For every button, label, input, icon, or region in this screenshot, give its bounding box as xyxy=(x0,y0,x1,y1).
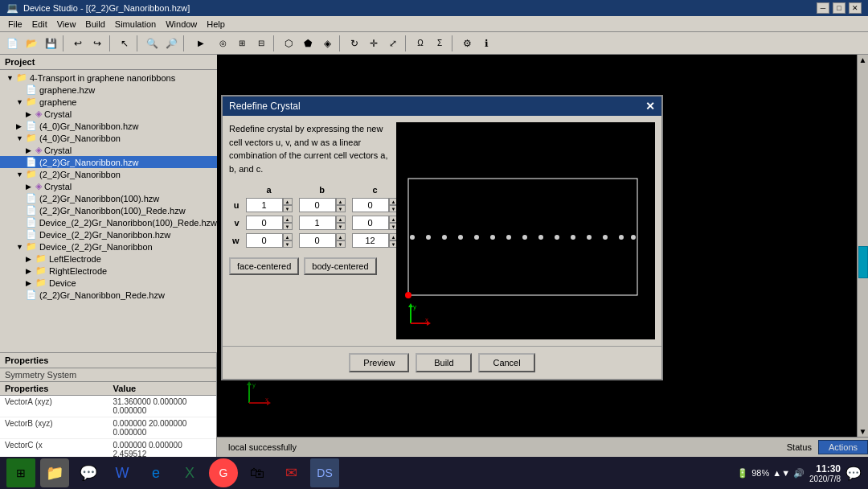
taskbar-word[interactable]: W xyxy=(108,458,137,487)
spin-up-w-a[interactable]: ▲ xyxy=(283,233,293,240)
tb-new[interactable]: 📄 xyxy=(3,35,21,52)
spin-up-u-b[interactable]: ▲ xyxy=(336,198,346,205)
tb-misc2[interactable]: Σ xyxy=(431,35,448,52)
menu-view[interactable]: View xyxy=(52,18,81,31)
expand-icon[interactable]: ▶ xyxy=(26,146,35,154)
body-centered-button[interactable]: body-centered xyxy=(304,257,376,275)
tb-save[interactable]: 💾 xyxy=(42,35,59,52)
tree-item-graphene[interactable]: ▼ 📁 graphene xyxy=(0,96,217,108)
expand-icon[interactable]: ▶ xyxy=(26,110,35,118)
tb-bond[interactable]: ⬟ xyxy=(299,35,317,52)
taskbar-explorer[interactable]: 📁 xyxy=(40,458,69,487)
menu-build[interactable]: Build xyxy=(80,18,109,31)
input-u-a[interactable] xyxy=(246,198,283,212)
tb-redo[interactable]: ↪ xyxy=(88,35,106,52)
tree-item-crystal2[interactable]: ▶ ◈ Crystal xyxy=(0,144,217,156)
tb-cursor[interactable]: ↖ xyxy=(116,35,133,52)
taskbar-store[interactable]: 🛍 xyxy=(243,458,272,487)
tree-item-device-hzw[interactable]: 📄 Device_(2_2)Gr_Nanoribbon.hzw xyxy=(0,228,217,240)
tb-info[interactable]: ℹ xyxy=(477,35,495,52)
tree-item-gr22-100[interactable]: 📄 (2_2)Gr_Nanoribbon(100).hzw xyxy=(0,192,217,204)
tb-tool4[interactable]: ⊟ xyxy=(252,35,270,52)
tb-crystal[interactable]: ◈ xyxy=(318,35,336,52)
tree-item-right-electrode[interactable]: ▶ 📁 RightElectrode xyxy=(0,265,217,277)
menu-simulation[interactable]: Simulation xyxy=(110,18,161,31)
tb-undo[interactable]: ↩ xyxy=(69,35,87,52)
taskbar-google[interactable]: G xyxy=(209,458,238,487)
input-v-a[interactable] xyxy=(246,216,283,230)
tb-atom[interactable]: ⬡ xyxy=(280,35,297,52)
tb-zoom-in[interactable]: 🔍 xyxy=(143,35,161,52)
spin-up-u-a[interactable]: ▲ xyxy=(283,198,293,205)
cancel-button[interactable]: Cancel xyxy=(478,353,534,372)
build-button[interactable]: Build xyxy=(416,353,472,372)
tb-open[interactable]: 📂 xyxy=(23,35,40,52)
taskbar-edge[interactable]: e xyxy=(141,458,170,487)
tree-item-left-electrode[interactable]: ▶ 📁 LeftElectrode xyxy=(0,253,217,265)
input-w-b[interactable] xyxy=(299,233,336,248)
input-u-b[interactable] xyxy=(299,198,336,212)
input-w-a[interactable] xyxy=(246,233,283,248)
tree-item-device-sub[interactable]: ▶ 📁 Device xyxy=(0,277,217,289)
input-u-c[interactable] xyxy=(352,198,389,212)
tree-item-gr22-hzw[interactable]: 📄 (2_2)Gr_Nanoribbon.hzw xyxy=(0,156,217,168)
expand-icon[interactable]: ▼ xyxy=(16,171,26,179)
tb-translate[interactable]: ✛ xyxy=(365,35,383,52)
tree-item-crystal3[interactable]: ▶ ◈ Crystal xyxy=(0,180,217,192)
dialog-close-button[interactable]: ✕ xyxy=(645,100,655,113)
input-v-c[interactable] xyxy=(352,216,389,230)
maximize-button[interactable]: □ xyxy=(833,2,845,14)
tree-item-gr22-100-rede[interactable]: 📄 (2_2)Gr_Nanoribbon(100)_Rede.hzw xyxy=(0,204,217,216)
taskbar-excel[interactable]: X xyxy=(175,458,204,487)
spin-down-v-b[interactable]: ▼ xyxy=(336,223,346,230)
expand-icon[interactable]: ▶ xyxy=(26,267,35,275)
spin-down-w-b[interactable]: ▼ xyxy=(336,240,346,248)
taskbar-device-studio[interactable]: DS xyxy=(310,458,339,487)
tree-item-root[interactable]: ▼ 📁 4-Transport in graphene nanoribbons xyxy=(0,72,217,84)
project-tree[interactable]: ▼ 📁 4-Transport in graphene nanoribbons … xyxy=(0,70,217,352)
tree-item-device-100-rede[interactable]: 📄 Device_(2_2)Gr_Nanoribbon(100)_Rede.hz… xyxy=(0,216,217,228)
tb-zoom-out[interactable]: 🔎 xyxy=(162,35,180,52)
spin-down-w-a[interactable]: ▼ xyxy=(283,240,293,248)
input-w-c[interactable] xyxy=(352,233,389,248)
tree-item-gr40[interactable]: ▼ 📁 (4_0)Gr_Nanoribbon xyxy=(0,132,217,144)
expand-icon[interactable]: ▶ xyxy=(26,255,35,263)
spin-down-u-a[interactable]: ▼ xyxy=(283,205,293,212)
tb-build2[interactable]: ◎ xyxy=(214,35,231,52)
preview-button[interactable]: Preview xyxy=(349,353,409,372)
face-centered-button[interactable]: face-centered xyxy=(229,257,299,275)
tb-scale[interactable]: ⤢ xyxy=(384,35,402,52)
menu-edit[interactable]: Edit xyxy=(27,18,52,31)
spin-up-w-b[interactable]: ▲ xyxy=(336,233,346,240)
spin-up-v-b[interactable]: ▲ xyxy=(336,216,346,223)
tb-build[interactable]: ▶ xyxy=(190,35,212,52)
spin-down-v-a[interactable]: ▼ xyxy=(283,223,293,230)
minimize-button[interactable]: ─ xyxy=(817,2,829,14)
input-v-b[interactable] xyxy=(299,216,336,230)
expand-icon[interactable]: ▼ xyxy=(16,98,26,106)
tree-item-device-folder[interactable]: ▼ 📁 Device_(2_2)Gr_Nanoribbon xyxy=(0,240,217,253)
expand-icon[interactable]: ▶ xyxy=(26,183,35,191)
clock[interactable]: 11:30 2020/7/8 xyxy=(809,463,841,483)
expand-icon[interactable]: ▼ xyxy=(16,243,26,251)
notification-icon[interactable]: 💬 xyxy=(845,466,862,481)
expand-icon[interactable]: ▶ xyxy=(26,279,35,287)
tree-item-crystal1[interactable]: ▶ ◈ Crystal xyxy=(0,108,217,120)
tb-rotate[interactable]: ↻ xyxy=(346,35,363,52)
tree-item-gr22-rede[interactable]: 📄 (2_2)Gr_Nanoribbon_Rede.hzw xyxy=(0,289,217,301)
expand-icon[interactable]: ▼ xyxy=(16,134,26,142)
menu-file[interactable]: File xyxy=(3,18,27,31)
tree-item-gr22[interactable]: ▼ 📁 (2_2)Gr_Nanoribbon xyxy=(0,168,217,180)
expand-icon[interactable]: ▼ xyxy=(6,74,16,82)
menu-window[interactable]: Window xyxy=(161,18,202,31)
tb-settings[interactable]: ⚙ xyxy=(458,35,476,52)
expand-icon[interactable]: ▶ xyxy=(16,122,26,130)
taskbar-mail[interactable]: ✉ xyxy=(276,458,305,487)
tb-misc1[interactable]: Ω xyxy=(411,35,429,52)
close-button[interactable]: ✕ xyxy=(849,2,862,14)
spin-up-v-a[interactable]: ▲ xyxy=(283,216,293,223)
menu-help[interactable]: Help xyxy=(202,18,230,31)
tree-item-gr40-hzw[interactable]: ▶ 📄 (4_0)Gr_Nanoribbon.hzw xyxy=(0,120,217,132)
taskbar-chat[interactable]: 💬 xyxy=(74,458,103,487)
tree-item-graphene-hzw[interactable]: 📄 graphene.hzw xyxy=(0,84,217,96)
